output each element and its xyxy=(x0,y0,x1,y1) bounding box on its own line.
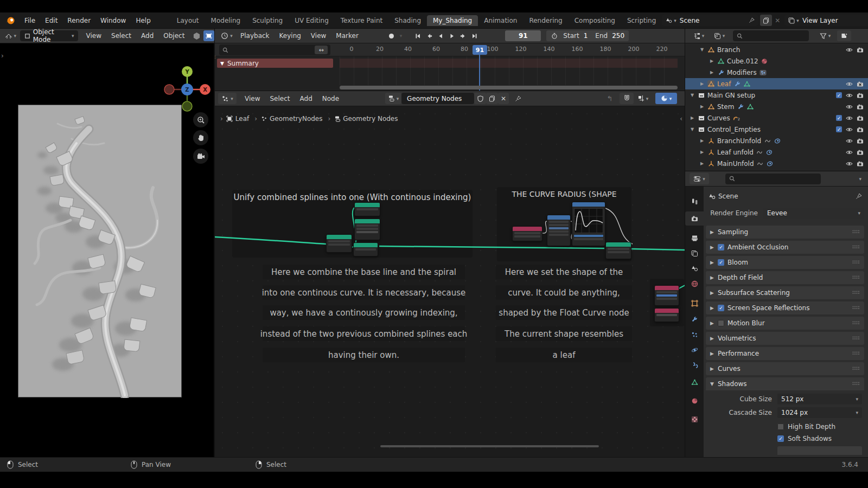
outliner-display-mode-dropdown[interactable]: ▾ xyxy=(690,30,708,41)
properties-tab-data[interactable] xyxy=(685,375,704,389)
snap-target-dropdown[interactable]: ▾ xyxy=(634,93,652,104)
viewport-body[interactable]: › xyxy=(0,43,214,457)
properties-tab-modifiers[interactable] xyxy=(685,312,704,326)
filter-toggle-icon[interactable]: ↔ xyxy=(315,46,328,54)
timeline-search[interactable]: ↔ xyxy=(219,44,330,55)
auto-key-button[interactable] xyxy=(385,30,398,41)
go-to-parent-tree-icon[interactable]: ↰ xyxy=(603,93,616,104)
fake-user-shield-icon[interactable] xyxy=(474,93,486,104)
panel-depth-of-field[interactable]: ▶Depth of Field xyxy=(706,271,864,284)
viewport-menu-add[interactable]: Add xyxy=(136,32,158,40)
expand-arrow[interactable]: ▼ xyxy=(691,93,696,98)
panel-chevron[interactable]: ▶ xyxy=(710,336,718,341)
eye-icon[interactable] xyxy=(846,103,853,110)
viewport-camera-button[interactable] xyxy=(193,149,208,164)
editor-type-properties-button[interactable]: ▾ xyxy=(690,173,709,184)
node[interactable] xyxy=(605,242,631,259)
workspace-tab-layout[interactable]: Layout xyxy=(171,15,205,26)
properties-tab-view-layer[interactable] xyxy=(685,246,704,260)
eye-icon[interactable] xyxy=(846,46,853,53)
panel-checkbox[interactable]: ✓ xyxy=(718,259,724,266)
workspace-tab-shading[interactable]: Shading xyxy=(388,15,427,26)
outliner-item-leaf[interactable]: ▶Leaf xyxy=(685,78,868,89)
camera-icon[interactable] xyxy=(857,92,864,99)
navigation-gizmo[interactable]: Y X Z xyxy=(163,65,212,114)
drag-dots-icon[interactable] xyxy=(852,291,860,294)
annotation-line[interactable]: Here we set the shape of the xyxy=(496,265,632,279)
breadcrumb-item[interactable]: Geometry Nodes xyxy=(343,115,398,123)
play-reverse-button[interactable] xyxy=(435,30,446,41)
workspace-tab-animation[interactable]: Animation xyxy=(478,15,523,26)
panel-checkbox[interactable]: ✓ xyxy=(718,244,724,251)
eye-icon[interactable] xyxy=(846,160,853,167)
outliner-search[interactable] xyxy=(733,30,809,41)
properties-tab-render[interactable] xyxy=(685,211,704,226)
properties-tab-tool[interactable] xyxy=(685,194,704,208)
camera-icon[interactable] xyxy=(857,149,864,156)
timeline-menu-keying[interactable]: Keying xyxy=(275,32,306,40)
expand-arrow[interactable]: ▶ xyxy=(700,104,706,109)
outliner-item-control-empties[interactable]: ▼Control_Empties✓ xyxy=(685,124,868,135)
properties-tab-output[interactable] xyxy=(685,231,704,245)
view-layer-name[interactable]: View Layer xyxy=(802,17,868,24)
node-menu-add[interactable]: Add xyxy=(295,95,317,102)
drag-dots-icon[interactable] xyxy=(852,260,860,264)
eye-icon[interactable] xyxy=(846,92,853,99)
drag-dots-icon[interactable] xyxy=(852,367,860,370)
panel-chevron[interactable]: ▶ xyxy=(710,320,718,326)
pin-icon[interactable] xyxy=(855,193,862,200)
camera-icon[interactable] xyxy=(857,137,864,144)
panel-motion-blur[interactable]: ▶Motion Blur xyxy=(706,317,864,330)
workspace-tab-compositing[interactable]: Compositing xyxy=(569,15,621,26)
soft-shadows-checkbox[interactable]: ✓ xyxy=(777,435,784,442)
drag-dots-icon[interactable] xyxy=(852,321,860,325)
playhead-label[interactable]: 91 xyxy=(473,45,487,55)
workspace-tab-texture-paint[interactable]: Texture Paint xyxy=(335,15,388,26)
region-collapse-arrow[interactable]: ‹ xyxy=(680,115,682,123)
panel-curves[interactable]: ▶Curves xyxy=(706,362,864,375)
node-tree-name-field[interactable]: Geometry Nodes xyxy=(401,93,474,104)
outliner-filter-images-dropdown[interactable]: ▾ xyxy=(710,30,729,41)
expand-arrow[interactable]: ▼ xyxy=(700,47,706,52)
properties-tab-object[interactable] xyxy=(685,296,704,310)
panel-chevron[interactable]: ▶ xyxy=(710,366,718,371)
workspace-tab-scripting[interactable]: Scripting xyxy=(621,15,662,26)
panel-chevron[interactable]: ▶ xyxy=(710,245,718,250)
summary-channel[interactable]: ▼ Summary xyxy=(217,59,333,68)
current-frame-field[interactable]: 91 xyxy=(505,30,541,41)
unlink-scene-button[interactable]: ✕ xyxy=(775,17,780,24)
view-layer-selector[interactable]: ▾ View Layer xyxy=(784,15,868,26)
viewport-menu-select[interactable]: Select xyxy=(106,32,136,40)
camera-icon[interactable] xyxy=(857,160,864,167)
workspace-tab-sculpting[interactable]: Sculpting xyxy=(246,15,289,26)
properties-tab-constraints[interactable] xyxy=(685,358,704,372)
outliner-item-cube-012[interactable]: ▶Cube.012 xyxy=(685,55,868,67)
node[interactable] xyxy=(654,308,679,322)
panel-chevron[interactable]: ▶ xyxy=(710,260,718,265)
node-editor-body[interactable]: › Leaf › GeometryNodes › Geometry Nodes … xyxy=(214,106,685,457)
outliner-item-mainunfold[interactable]: ▶MainUnfold xyxy=(685,158,868,169)
editor-type-viewport-button[interactable]: ▾ xyxy=(3,30,18,41)
viewport-menu-object[interactable]: Object xyxy=(158,32,189,40)
viewport-zoom-button[interactable] xyxy=(193,112,208,127)
node[interactable] xyxy=(354,202,380,216)
prev-keyframe-button[interactable] xyxy=(423,30,435,41)
annotation-line[interactable]: a leaf xyxy=(496,348,632,362)
panel-chevron[interactable]: ▶ xyxy=(710,305,718,311)
node[interactable] xyxy=(353,242,378,256)
node[interactable] xyxy=(512,226,542,241)
breadcrumb-item[interactable]: Leaf xyxy=(235,115,249,123)
camera-icon[interactable] xyxy=(857,114,864,121)
copy-node-tree-icon[interactable] xyxy=(486,93,498,104)
panel-bloom[interactable]: ▶✓Bloom xyxy=(706,256,864,269)
cascade-size-dropdown[interactable]: 1024 px▾ xyxy=(777,407,862,418)
next-keyframe-button[interactable] xyxy=(457,30,469,41)
properties-search[interactable] xyxy=(725,174,821,184)
collection-checkbox[interactable]: ✓ xyxy=(836,126,842,132)
properties-tab-particles[interactable] xyxy=(685,328,704,342)
menu-file[interactable]: File xyxy=(20,17,40,24)
expand-arrow[interactable]: ▶ xyxy=(700,161,706,166)
outliner-item-leaf-unfold[interactable]: ▶Leaf unfold xyxy=(685,146,868,158)
node[interactable] xyxy=(354,219,380,240)
panel-ambient-occlusion[interactable]: ▶✓Ambient Occlusion xyxy=(706,241,864,254)
